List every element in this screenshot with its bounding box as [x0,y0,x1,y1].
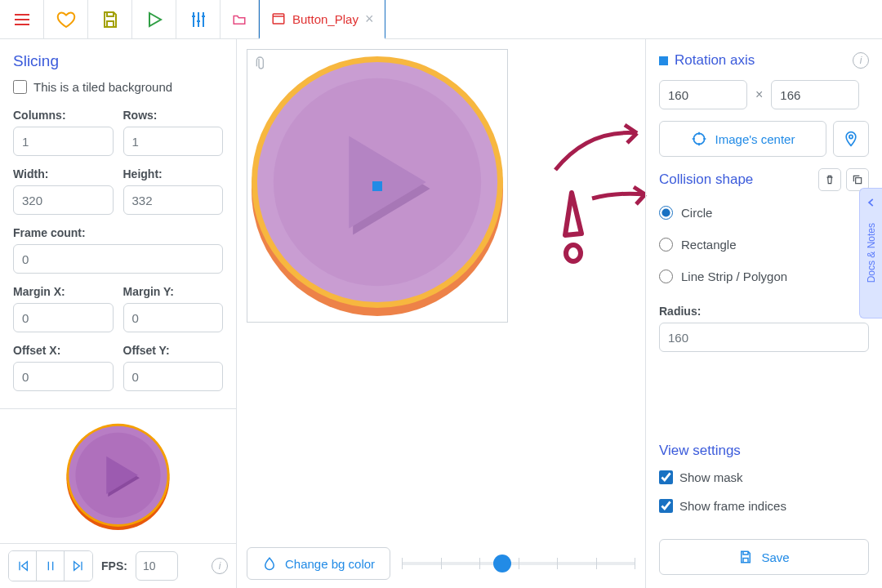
svg-rect-0 [273,14,284,24]
preview-area [0,408,236,543]
multiply-icon: × [755,87,763,102]
folder-icon [232,12,247,27]
margin-y-input[interactable] [123,303,224,332]
right-panel: Rotation axis i × Image's center Collisi… [645,39,882,588]
margin-y-label: Margin Y: [123,285,224,298]
folder-tab[interactable] [220,0,259,38]
preview-sprite [63,421,173,532]
linestrip-radio[interactable]: Line Strip / Polygon [659,266,869,287]
close-tab-icon[interactable]: × [365,11,374,28]
sprite-frame[interactable] [247,49,508,323]
anchor-point[interactable] [372,181,382,191]
slider-thumb[interactable] [493,555,511,572]
radius-label: Radius: [659,305,869,318]
rectangle-radio[interactable]: Rectangle [659,234,869,255]
margin-x-label: Margin X: [13,285,114,298]
offset-x-label: Offset X: [13,344,114,357]
annotation-exclaim [555,186,596,268]
svg-rect-12 [856,178,862,184]
columns-label: Columns: [13,109,114,122]
menu-button[interactable] [0,0,44,39]
width-label: Width: [13,167,114,180]
svg-point-9 [566,245,581,261]
rows-input[interactable] [123,127,224,156]
svg-point-11 [849,135,853,138]
offset-x-input[interactable] [13,362,114,391]
columns-input[interactable] [13,127,114,156]
change-bg-button[interactable]: Change bg color [247,547,390,580]
tiled-checkbox[interactable] [13,80,27,94]
top-toolbar: Button_Play × [0,0,882,39]
collision-heading: Collision shape [659,168,869,191]
height-input[interactable] [123,185,224,215]
save-button[interactable]: Save [659,539,869,575]
play-toolbar-button[interactable] [132,0,176,39]
droplet-icon [262,556,277,571]
left-panel: Slicing This is a tiled background Colum… [0,39,237,588]
canvas-area: Change bg color [237,39,645,588]
pin-icon [843,131,859,147]
settings-toolbar-button[interactable] [176,0,220,39]
locate-button[interactable] [833,121,869,157]
fps-label: FPS: [101,559,127,572]
save-icon [738,550,753,564]
slicing-heading: Slicing [13,52,223,70]
next-frame-button[interactable] [65,551,92,581]
offset-y-label: Offset Y: [123,344,224,357]
rotation-y-input[interactable] [771,80,859,109]
docs-notes-tab[interactable]: Docs & Notes [859,188,882,318]
circle-radio[interactable]: Circle [659,203,869,223]
height-label: Height: [123,167,224,180]
image-center-button[interactable]: Image's center [659,121,826,157]
save-toolbar-button[interactable] [88,0,132,39]
rotation-heading: Rotation axis i [659,52,869,69]
rows-label: Rows: [123,109,224,122]
fps-input[interactable] [136,551,178,581]
chevron-left-icon [866,197,877,208]
browser-icon [271,11,286,26]
crosshair-icon [691,131,707,147]
show-indices-checkbox[interactable]: Show frame indices [659,499,869,513]
prev-frame-button[interactable] [9,551,37,581]
show-mask-checkbox[interactable]: Show mask [659,470,869,484]
playback-controls: FPS: i [0,543,236,588]
tiled-checkbox-row[interactable]: This is a tiled background [13,80,223,94]
radius-input[interactable] [659,323,869,352]
frame-count-label: Frame count: [13,226,223,239]
info-icon[interactable]: i [212,558,228,574]
rotation-x-input[interactable] [659,80,747,109]
annotation-arrow-1 [547,113,653,186]
square-icon [659,56,668,65]
svg-point-10 [693,133,704,144]
favorite-button[interactable] [44,0,88,39]
zoom-slider[interactable] [402,551,635,576]
margin-x-input[interactable] [13,303,114,332]
width-input[interactable] [13,185,114,215]
view-settings-heading: View settings [659,443,869,459]
delete-button[interactable] [818,168,841,191]
frame-count-input[interactable] [13,244,223,274]
pause-button[interactable] [37,551,65,581]
info-icon[interactable]: i [853,52,869,69]
offset-y-input[interactable] [123,362,224,391]
tab-label: Button_Play [292,12,359,26]
active-tab[interactable]: Button_Play × [259,0,385,39]
annotation-arrow-2 [588,182,653,215]
